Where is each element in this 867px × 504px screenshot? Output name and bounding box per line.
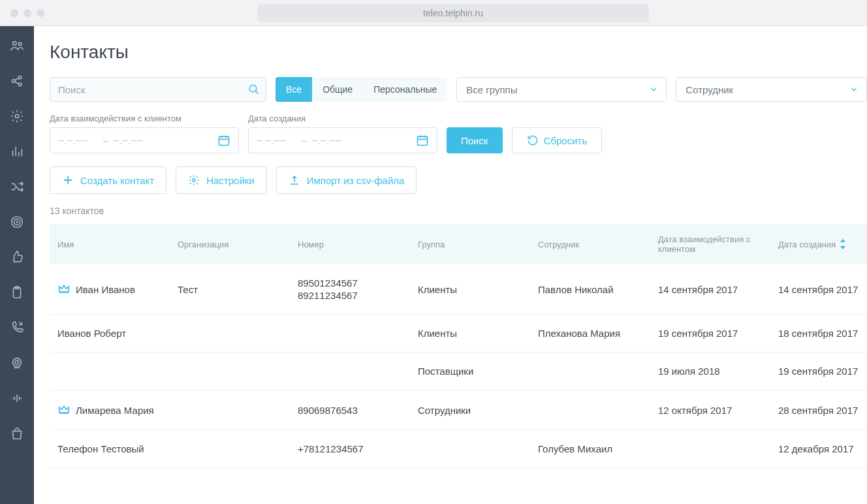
svg-point-12 — [15, 360, 19, 364]
svg-point-5 — [15, 114, 19, 118]
crown-icon — [57, 283, 71, 296]
employee-select-label: Сотрудник — [686, 84, 733, 95]
cell-name: Телефон Тестовый — [57, 443, 175, 454]
cell-employee: Голубев Михаил — [538, 443, 655, 454]
cell-interaction: 19 июля 2018 — [658, 366, 776, 377]
col-employee[interactable]: Сотрудник — [538, 234, 655, 254]
date-interaction-label: Дата взаимодействия с клиентом — [50, 114, 239, 123]
cell-group: Клиенты — [418, 284, 535, 295]
traffic-light-minimize[interactable] — [24, 9, 31, 17]
svg-point-1 — [18, 42, 22, 46]
cell-interaction: 12 октября 2017 — [658, 405, 776, 416]
col-created[interactable]: Дата создания — [778, 234, 867, 254]
cell-group: Сотрудники — [418, 405, 535, 416]
date-created-label: Дата создания — [248, 114, 437, 123]
employee-select[interactable]: Сотрудник — [676, 77, 867, 102]
filters-row-2: Дата взаимодействия с клиентом --.--.---… — [50, 114, 867, 153]
col-interaction[interactable]: Дата взаимодействия с клиентом — [658, 234, 776, 254]
col-created-label: Дата создания — [778, 240, 836, 249]
url-bar[interactable]: teleo.telphin.ru — [257, 4, 649, 22]
cell-created: 14 сентября 2017 — [778, 284, 867, 295]
date-sep: – — [302, 135, 307, 146]
scope-all[interactable]: Все — [276, 77, 312, 102]
nav-contacts-icon[interactable] — [9, 38, 25, 54]
cell-group: Поставщики — [418, 366, 535, 377]
scope-shared[interactable]: Общие — [312, 77, 363, 102]
count-label: 13 контактов — [50, 206, 867, 216]
col-name[interactable]: Имя — [57, 234, 175, 254]
col-org[interactable]: Организация — [178, 234, 295, 254]
table-row[interactable]: Иван ИвановТест8950123456789211234567Кли… — [50, 264, 867, 315]
table-body: Иван ИвановТест8950123456789211234567Кли… — [50, 264, 867, 468]
search-button[interactable]: Поиск — [447, 127, 503, 153]
cell-name: Иван Иванов — [57, 283, 175, 296]
table-row[interactable]: Телефон Тестовый+78121234567Голубев Миха… — [50, 430, 867, 468]
traffic-light-close[interactable] — [10, 9, 18, 17]
nav-settings-icon[interactable] — [9, 108, 25, 124]
create-contact-button[interactable]: Создать контакт — [50, 166, 166, 194]
reset-button[interactable]: Сбросить — [512, 127, 603, 153]
nav-audio-icon[interactable] — [9, 390, 25, 406]
plus-icon — [62, 174, 74, 186]
col-group[interactable]: Группа — [418, 234, 535, 254]
table-row[interactable]: Лимарева Мария89069876543Сотрудники12 ок… — [50, 390, 867, 430]
date-to: --.--.---- — [114, 135, 143, 146]
reset-icon — [527, 134, 539, 146]
cell-employee: Павлов Николай — [538, 284, 655, 295]
import-button[interactable]: Импорт из csv-файла — [276, 166, 417, 194]
nav-camera-icon[interactable] — [9, 355, 25, 371]
actions-row: Создать контакт Настройки Импорт из csv-… — [50, 166, 867, 194]
chevron-down-icon — [649, 85, 658, 94]
nav-shuffle-icon[interactable] — [9, 179, 25, 195]
filters-row-1: Все Общие Персональные Все группы Сотруд… — [50, 77, 867, 102]
nav-share-icon[interactable] — [9, 73, 25, 89]
crown-icon — [57, 403, 71, 417]
search-box — [50, 77, 266, 102]
date-sep: – — [103, 135, 108, 146]
svg-point-8 — [16, 221, 18, 223]
date-from: --.--.---- — [257, 135, 286, 146]
main-content: Контакты Все Общие Персональные Все груп… — [34, 26, 867, 504]
nav-clipboard-icon[interactable] — [9, 285, 25, 300]
nav-shop-icon[interactable] — [9, 426, 25, 441]
date-created-group: Дата создания --.--.---- – --.--.---- — [248, 114, 437, 153]
nav-phone-icon[interactable] — [9, 320, 25, 336]
upload-icon — [289, 174, 300, 186]
gear-icon — [188, 174, 200, 186]
date-interaction-group: Дата взаимодействия с клиентом --.--.---… — [50, 114, 239, 153]
search-input[interactable] — [50, 77, 266, 102]
settings-button[interactable]: Настройки — [176, 166, 267, 194]
table-row[interactable]: Иванов РобертКлиентыПлеханова Мария19 се… — [50, 315, 867, 353]
cell-number: 89069876543 — [298, 405, 415, 416]
traffic-light-maximize[interactable] — [37, 9, 44, 17]
cell-interaction: 14 сентября 2017 — [658, 284, 776, 295]
svg-point-0 — [13, 42, 16, 46]
scope-segmented: Все Общие Персональные — [276, 77, 447, 102]
settings-label: Настройки — [206, 175, 255, 186]
cell-name: Лимарева Мария — [57, 403, 175, 417]
svg-rect-15 — [418, 136, 428, 145]
calendar-icon — [217, 134, 230, 147]
browser-chrome: teleo.telphin.ru — [0, 0, 867, 26]
cell-created: 28 сентября 2017 — [778, 405, 867, 416]
group-select[interactable]: Все группы — [456, 77, 667, 102]
svg-rect-14 — [219, 136, 229, 145]
cell-name: Иванов Роберт — [57, 328, 175, 339]
chevron-down-icon — [849, 85, 859, 94]
nav-thumbs-icon[interactable] — [9, 249, 25, 265]
date-created-input[interactable]: --.--.---- – --.--.---- — [248, 127, 437, 153]
date-interaction-input[interactable]: --.--.---- – --.--.---- — [50, 127, 239, 153]
window-controls — [10, 9, 44, 17]
nav-target-icon[interactable] — [9, 214, 25, 230]
nav-stats-icon[interactable] — [9, 144, 25, 159]
calendar-icon — [416, 134, 429, 147]
page-title: Контакты — [50, 42, 867, 63]
import-label: Импорт из csv-файла — [307, 175, 405, 186]
col-number[interactable]: Номер — [298, 234, 415, 254]
table-header: Имя Организация Номер Группа Сотрудник Д… — [50, 224, 867, 264]
scope-personal[interactable]: Персональные — [363, 77, 447, 102]
cell-number: 8950123456789211234567 — [298, 277, 415, 301]
search-icon — [248, 84, 260, 95]
create-label: Создать контакт — [80, 175, 154, 186]
table-row[interactable]: Поставщики19 июля 201819 сентября 2017 — [50, 353, 867, 390]
